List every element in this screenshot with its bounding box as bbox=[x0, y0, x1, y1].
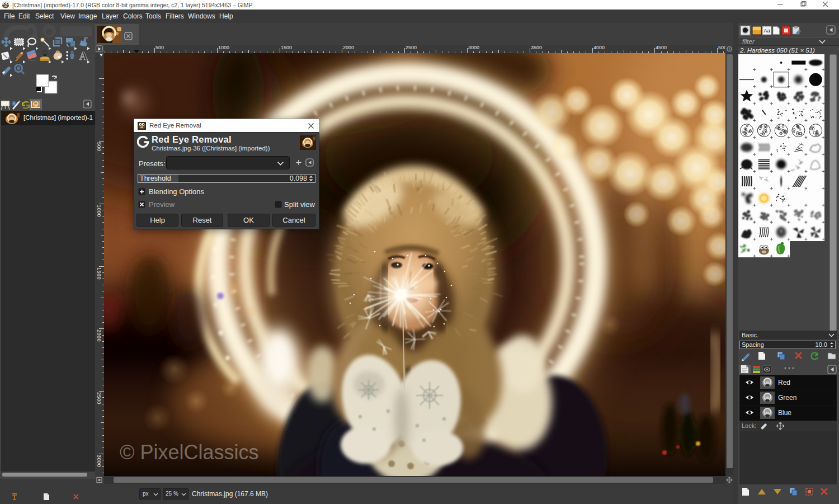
svg-text:Aa: Aa bbox=[763, 27, 770, 34]
svg-text:© PixelClassics: © PixelClassics bbox=[120, 441, 259, 464]
svg-text:A: A bbox=[79, 49, 88, 63]
